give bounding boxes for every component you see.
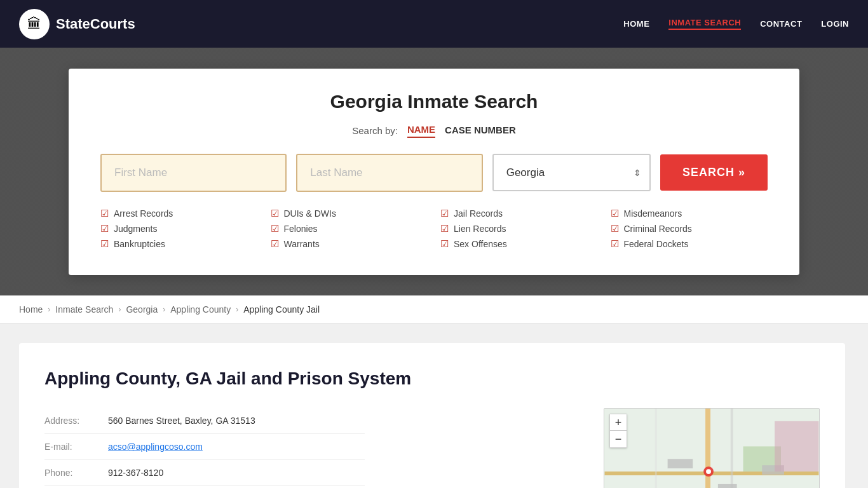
check-icon: ☑ (440, 238, 449, 250)
map-zoom-in-button[interactable]: + (610, 414, 627, 431)
record-label: Jail Records (454, 208, 503, 219)
email-row: E-mail: acso@applingcoso.com (44, 434, 365, 460)
logo-icon: 🏛 (19, 9, 50, 39)
header: 🏛 StateCourts HOME INMATE SEARCH CONTACT… (0, 0, 868, 48)
check-icon: ☑ (611, 223, 619, 234)
record-federal-dockets: ☑ Federal Dockets (611, 238, 768, 250)
breadcrumb-inmate-search[interactable]: Inmate Search (55, 304, 113, 315)
breadcrumb-home[interactable]: Home (19, 304, 43, 315)
record-label: DUIs & DWIs (284, 208, 336, 219)
map-section: + − (604, 408, 820, 488)
first-name-input[interactable] (100, 154, 287, 192)
map-controls: + − (609, 414, 627, 448)
info-section: Address: 560 Barnes Street, Baxley, GA 3… (44, 408, 578, 488)
svg-point-13 (706, 469, 711, 474)
map-svg (604, 409, 819, 488)
svg-rect-8 (668, 459, 693, 468)
search-card: Georgia Inmate Search Search by: NAME CA… (69, 69, 799, 275)
record-label: Bankruptcies (114, 239, 165, 249)
breadcrumb-appling-county-jail: Appling County Jail (243, 304, 320, 315)
svg-rect-4 (731, 409, 733, 488)
check-icon: ☑ (100, 223, 109, 234)
check-icon: ☑ (611, 238, 619, 250)
svg-rect-5 (655, 409, 657, 488)
last-name-input[interactable] (296, 154, 482, 192)
check-icon: ☑ (440, 208, 449, 219)
check-icon: ☑ (611, 208, 619, 219)
email-value: acso@applingcoso.com (108, 434, 365, 460)
breadcrumb-sep-4: › (236, 305, 238, 314)
record-label: Felonies (284, 224, 318, 234)
check-icon: ☑ (440, 223, 449, 234)
main-content: Appling County, GA Jail and Prison Syste… (0, 324, 868, 488)
nav-inmate-search[interactable]: INMATE SEARCH (668, 18, 741, 30)
record-label: Federal Dockets (624, 239, 689, 249)
records-grid: ☑ Arrest Records ☑ DUIs & DWIs ☑ Jail Re… (100, 208, 768, 250)
record-label: Lien Records (454, 224, 506, 234)
search-title: Georgia Inmate Search (100, 91, 768, 112)
email-label: E-mail: (44, 434, 108, 460)
search-by-label: Search by: (352, 125, 398, 136)
breadcrumb-georgia[interactable]: Georgia (126, 304, 158, 315)
phone-value: 912-367-8120 (108, 460, 365, 486)
breadcrumb-sep-2: › (118, 305, 121, 314)
breadcrumb-sep-3: › (163, 305, 165, 314)
record-misdemeanors: ☑ Misdemeanors (611, 208, 768, 219)
svg-rect-11 (775, 421, 818, 471)
breadcrumb-sep-1: › (48, 305, 50, 314)
address-label: Address: (44, 408, 108, 434)
record-label: Criminal Records (624, 224, 692, 234)
map-placeholder: + − (604, 408, 820, 488)
nav-contact[interactable]: CONTACT (760, 19, 802, 29)
state-select-wrapper: Georgia Alabama Florida Tennessee ⇕ (492, 154, 651, 191)
check-icon: ☑ (271, 238, 279, 250)
search-button[interactable]: SEARCH » (660, 154, 768, 191)
record-warrants: ☑ Warrants (271, 238, 428, 250)
record-label: Warrants (284, 239, 320, 249)
nav-home[interactable]: HOME (623, 19, 649, 29)
state-select[interactable]: Georgia Alabama Florida Tennessee (492, 154, 651, 191)
svg-rect-9 (718, 484, 737, 488)
tab-name[interactable]: NAME (407, 124, 435, 138)
tab-case-number[interactable]: CASE NUMBER (445, 125, 516, 137)
content-card: Appling County, GA Jail and Prison Syste… (19, 343, 845, 488)
phone-label: Phone: (44, 460, 108, 486)
nav: HOME INMATE SEARCH CONTACT LOGIN (623, 18, 849, 30)
record-felonies: ☑ Felonies (271, 223, 428, 234)
hero-section: COURTHOUSE Georgia Inmate Search Search … (0, 48, 868, 295)
record-label: Arrest Records (114, 208, 173, 219)
record-criminal-records: ☑ Criminal Records (611, 223, 768, 234)
record-label: Judgments (114, 224, 157, 234)
breadcrumb-appling-county[interactable]: Appling County (170, 304, 231, 315)
address-row: Address: 560 Barnes Street, Baxley, GA 3… (44, 408, 365, 434)
map-zoom-out-button[interactable]: − (610, 431, 627, 447)
record-arrest-records: ☑ Arrest Records (100, 208, 258, 219)
email-link[interactable]: acso@applingcoso.com (108, 442, 203, 452)
record-label: Misdemeanors (624, 208, 682, 219)
record-label: Sex Offenses (454, 239, 507, 249)
search-by-row: Search by: NAME CASE NUMBER (100, 124, 768, 138)
check-icon: ☑ (100, 238, 109, 250)
fax-value: 912-367-8160 (108, 486, 365, 489)
facility-title: Appling County, GA Jail and Prison Syste… (44, 369, 820, 389)
check-icon: ☑ (271, 208, 279, 219)
record-bankruptcies: ☑ Bankruptcies (100, 238, 258, 250)
fax-label: Fax: (44, 486, 108, 489)
record-sex-offenses: ☑ Sex Offenses (440, 238, 598, 250)
record-duis-dwis: ☑ DUIs & DWIs (271, 208, 428, 219)
record-lien-records: ☑ Lien Records (440, 223, 598, 234)
site-name: StateCourts (56, 16, 135, 32)
record-judgments: ☑ Judgments (100, 223, 258, 234)
content-row: Address: 560 Barnes Street, Baxley, GA 3… (44, 408, 820, 488)
address-value: 560 Barnes Street, Baxley, GA 31513 (108, 408, 365, 434)
check-icon: ☑ (271, 223, 279, 234)
check-icon: ☑ (100, 208, 109, 219)
logo[interactable]: 🏛 StateCourts (19, 9, 135, 39)
nav-login[interactable]: LOGIN (821, 19, 849, 29)
info-table: Address: 560 Barnes Street, Baxley, GA 3… (44, 408, 365, 488)
breadcrumb: Home › Inmate Search › Georgia › Appling… (0, 295, 868, 324)
search-inputs-row: Georgia Alabama Florida Tennessee ⇕ SEAR… (100, 154, 768, 192)
phone-row: Phone: 912-367-8120 (44, 460, 365, 486)
record-jail-records: ☑ Jail Records (440, 208, 598, 219)
fax-row: Fax: 912-367-8160 (44, 486, 365, 489)
